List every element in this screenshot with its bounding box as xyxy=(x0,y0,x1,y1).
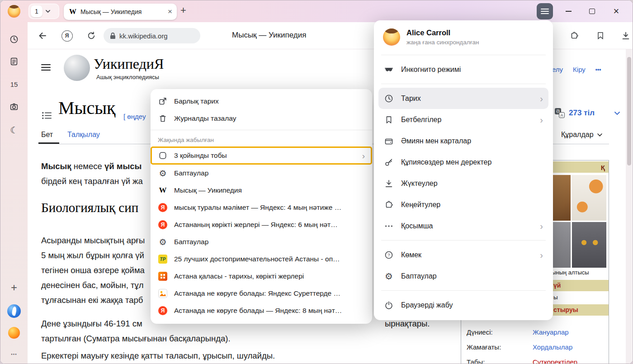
taxo-value-link[interactable]: Жануарлар xyxy=(533,328,569,336)
menu-item-extensions[interactable]: Кеңейтулер xyxy=(378,194,548,215)
help-icon: ? xyxy=(384,250,394,260)
collage-caption-partial: ының алтысы xyxy=(552,269,589,276)
edit-link[interactable]: [ өңдеу xyxy=(123,113,146,120)
history-item[interactable]: ⚙ Баптаулар xyxy=(151,165,372,182)
screenshot-sidebar-button[interactable] xyxy=(5,98,23,116)
menu-item-passwords[interactable]: Құпиясөздер мен деректер xyxy=(378,151,548,173)
address-bar[interactable]: kk.wikipedia.org xyxy=(104,28,200,43)
sidebar-overflow-button[interactable]: ••• xyxy=(5,345,23,363)
trash-icon xyxy=(158,113,168,123)
tab-counter[interactable]: 1 xyxy=(28,4,59,19)
menu-item-help[interactable]: ? Көмек › xyxy=(378,244,548,265)
profile-avatar[interactable] xyxy=(8,5,20,18)
history-item[interactable]: Я мысық туралы мәлімет — Яндекс: 4 мың н… xyxy=(151,199,372,216)
menu-item-clear-history[interactable]: Журналды тазалау xyxy=(151,110,372,127)
menu-item-tab-group-highlighted[interactable]: 3 қойынды тобы › xyxy=(151,147,372,165)
paragraph-line: Еркектері мауығу кезінде қатты таласып, … xyxy=(41,351,275,361)
tab-group-icon xyxy=(158,151,168,161)
back-button[interactable] xyxy=(35,28,50,43)
calendar-badge[interactable]: 15 xyxy=(5,75,23,93)
history-item[interactable]: ТР 25 лучших достопримечательностей Аста… xyxy=(151,251,372,268)
profile-row[interactable]: Alice Carroll жаңа ғана синхрондалған xyxy=(374,24,553,51)
taxo-label: Жамағаты: xyxy=(467,343,501,351)
language-count: 273 тіл xyxy=(569,109,595,118)
wiki-menu-button[interactable] xyxy=(41,64,51,73)
band-text-partial[interactable]: үй xyxy=(553,282,561,289)
back-arrow-icon xyxy=(37,30,48,41)
maximize-button[interactable] xyxy=(585,4,599,19)
account-more-button[interactable]: ••• xyxy=(595,66,601,73)
taxobox-title-partial: Қ xyxy=(601,164,605,171)
menu-item-wallet[interactable]: Әмиян мен карталар xyxy=(378,130,548,151)
close-button[interactable]: × xyxy=(609,4,624,19)
taxo-value-link[interactable]: Сүтқоректілер xyxy=(533,358,577,364)
menu-item-bookmarks[interactable]: Бетбелгілер › xyxy=(378,109,548,130)
language-button[interactable]: ӘA 273 тіл xyxy=(555,108,595,118)
scrollbar-thumb[interactable] xyxy=(627,57,631,165)
menu-item-more[interactable]: Қосымша › xyxy=(378,215,548,236)
menu-item-history[interactable]: Тарих › xyxy=(378,88,548,109)
profile-name: Alice Carroll xyxy=(406,28,479,37)
menu-divider xyxy=(381,240,546,241)
article-title: Мысық xyxy=(58,97,116,118)
tab-close-icon[interactable]: × xyxy=(168,7,172,16)
extensions-button[interactable] xyxy=(567,28,582,43)
history-item[interactable]: Я Астанада не көруге болады — Яндекс: 8 … xyxy=(151,302,372,319)
signup-link[interactable]: елу xyxy=(552,66,563,73)
yandex-search-button[interactable]: Я xyxy=(59,28,75,43)
gear-icon: ⚙ xyxy=(158,168,168,178)
paragraph-line: бірдей кең таралған үй жа xyxy=(41,176,143,186)
collections-button[interactable] xyxy=(593,28,608,43)
chevron-right-icon: › xyxy=(540,222,543,231)
login-link[interactable]: Кіру xyxy=(573,66,586,73)
menu-item-downloads[interactable]: Жүктеулер xyxy=(378,173,548,194)
hamburger-icon xyxy=(541,8,549,14)
history-sidebar-button[interactable] xyxy=(5,30,23,48)
menu-item-quit[interactable]: Браузерді жабу xyxy=(378,294,548,316)
minimize-button[interactable] xyxy=(561,4,576,19)
history-item-label: Астанада не көруге болады — Яндекс: 8 мы… xyxy=(174,307,342,315)
history-item[interactable]: ⚙ Баптаулар xyxy=(151,233,372,251)
refresh-button[interactable] xyxy=(84,28,99,43)
chevron-down-icon xyxy=(597,133,602,137)
history-item[interactable]: Я Астананың көрікті жерлері — Яндекс: 6 … xyxy=(151,216,372,233)
menu-item-label: Қосымша xyxy=(401,222,433,230)
browser-main-menu: Alice Carroll жаңа ғана синхрондалған Ин… xyxy=(374,20,553,320)
side-panel: 15 ☾ + ••• xyxy=(0,22,28,364)
yandex-browser-button[interactable] xyxy=(5,302,23,320)
tab-wikipedia[interactable]: W Мысық — Уикипедия × xyxy=(64,4,177,20)
feed-sidebar-button[interactable] xyxy=(5,52,23,71)
menu-item-label: 3 қойынды тобы xyxy=(174,151,227,160)
hamburger-icon xyxy=(41,64,51,71)
wikipedia-globe-logo[interactable] xyxy=(64,55,90,81)
sidebar-add-button[interactable]: + xyxy=(5,279,23,297)
chevron-down-icon[interactable] xyxy=(614,112,620,115)
close-icon: × xyxy=(614,6,619,16)
new-tab-button[interactable]: + xyxy=(180,5,186,16)
taxo-value-link[interactable]: Хордалылар xyxy=(533,343,572,351)
contents-button[interactable] xyxy=(42,112,52,121)
alice-app-button[interactable] xyxy=(5,324,23,342)
menu-item-incognito[interactable]: Инкогнито режимі xyxy=(378,59,548,80)
history-item[interactable]: Астанада не көруге болады: Яндекс Суретт… xyxy=(151,285,372,302)
menu-divider xyxy=(151,130,372,130)
dark-mode-button[interactable]: ☾ xyxy=(5,121,23,139)
history-item-label: Астана қаласы - тарихы, көрікті жерлері xyxy=(174,272,304,280)
menu-item-settings[interactable]: ⚙ Баптаулар xyxy=(378,265,548,287)
history-item-label: Астананың көрікті жерлері — Яндекс: 6 мы… xyxy=(174,221,338,229)
tools-dropdown[interactable]: Құралдар xyxy=(561,131,602,139)
cat-photo[interactable] xyxy=(572,175,606,221)
section-recently-closed: Жақында жабылған xyxy=(151,133,372,147)
wiki-wordmark[interactable]: УикипедиЯ xyxy=(94,56,164,72)
gear-icon: ⚙ xyxy=(384,271,394,281)
history-item[interactable]: W Мысық — Уикипедия xyxy=(151,182,372,199)
tab-article[interactable]: Бет xyxy=(41,131,53,139)
tab-talk[interactable]: Талқылау xyxy=(67,131,100,139)
browser-menu-button[interactable] xyxy=(537,3,553,19)
puzzle-icon xyxy=(384,200,394,210)
menu-item-label: Көмек xyxy=(401,251,421,259)
downloads-button[interactable] xyxy=(618,28,633,43)
cat-photo[interactable] xyxy=(572,222,606,268)
menu-item-all-history[interactable]: Барлық тарих xyxy=(151,93,372,110)
history-item[interactable]: Астана қаласы - тарихы, көрікті жерлері xyxy=(151,268,372,285)
